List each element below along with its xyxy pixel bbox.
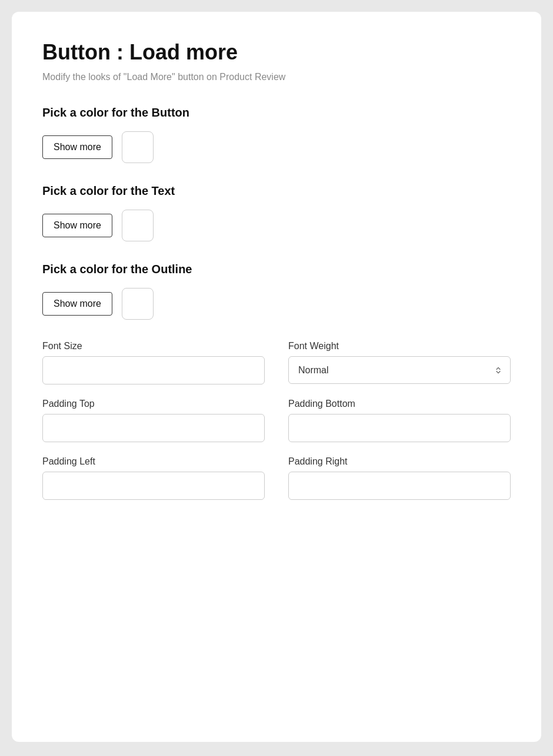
text-color-title: Pick a color for the Text	[42, 184, 511, 198]
text-color-section: Pick a color for the Text Show more	[42, 184, 511, 241]
padding-right-input[interactable]	[288, 472, 511, 500]
padding-right-group: Padding Right	[288, 456, 511, 500]
button-color-title: Pick a color for the Button	[42, 106, 511, 120]
font-size-label: Font Size	[42, 341, 265, 352]
text-color-swatch[interactable]	[122, 210, 154, 241]
text-color-row: Show more	[42, 210, 511, 241]
outline-color-section: Pick a color for the Outline Show more	[42, 263, 511, 320]
padding-bottom-label: Padding Bottom	[288, 399, 511, 409]
padding-left-input[interactable]	[42, 472, 265, 500]
padding-left-label: Padding Left	[42, 456, 265, 467]
outline-color-row: Show more	[42, 288, 511, 320]
padding-top-label: Padding Top	[42, 399, 265, 409]
button-color-show-more[interactable]: Show more	[42, 135, 112, 159]
outline-color-show-more[interactable]: Show more	[42, 292, 112, 316]
padding-bottom-input[interactable]	[288, 414, 511, 442]
fields-grid: Font Size Font Weight NormalBoldLighterB…	[42, 341, 511, 500]
main-card: Button : Load more Modify the looks of "…	[12, 12, 541, 742]
page-title: Button : Load more	[42, 40, 511, 65]
padding-top-group: Padding Top	[42, 399, 265, 442]
padding-bottom-group: Padding Bottom	[288, 399, 511, 442]
padding-left-group: Padding Left	[42, 456, 265, 500]
font-weight-group: Font Weight NormalBoldLighterBolder10020…	[288, 341, 511, 384]
font-size-group: Font Size	[42, 341, 265, 384]
font-size-input[interactable]	[42, 356, 265, 384]
outline-color-title: Pick a color for the Outline	[42, 263, 511, 276]
font-weight-label: Font Weight	[288, 341, 511, 352]
padding-right-label: Padding Right	[288, 456, 511, 467]
button-color-row: Show more	[42, 131, 511, 163]
page-subtitle: Modify the looks of "Load More" button o…	[42, 72, 511, 82]
font-weight-select[interactable]: NormalBoldLighterBolder10020030040050060…	[288, 356, 511, 384]
button-color-swatch[interactable]	[122, 131, 154, 163]
text-color-show-more[interactable]: Show more	[42, 214, 112, 237]
padding-top-input[interactable]	[42, 414, 265, 442]
button-color-section: Pick a color for the Button Show more	[42, 106, 511, 163]
outline-color-swatch[interactable]	[122, 288, 154, 320]
